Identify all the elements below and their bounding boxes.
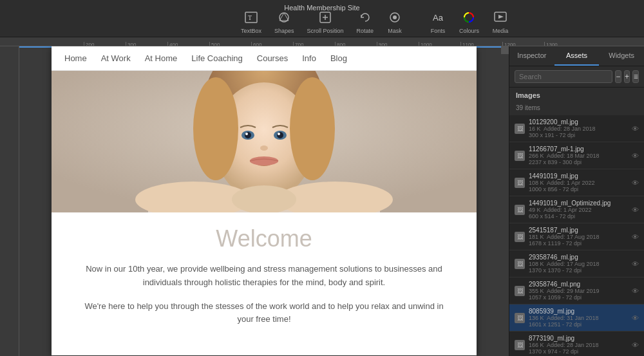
image-name: 11266707_ml-1.jpg — [529, 145, 632, 153]
ruler-mark: 500 — [209, 42, 251, 46]
rotate-label: Rotate — [357, 28, 374, 34]
colours-label: Colours — [459, 28, 479, 34]
search-input[interactable] — [515, 70, 612, 83]
image-thumbnail: 🖼 — [515, 151, 525, 161]
mask-tool[interactable]: Mask — [386, 9, 403, 34]
image-dims: 1678 x 1119 - 72 dpi — [529, 240, 632, 247]
search-minus-btn[interactable]: − — [615, 70, 621, 83]
visibility-icon[interactable]: 👁 — [632, 314, 639, 322]
visibility-icon[interactable]: 👁 — [632, 206, 639, 214]
welcome-title: Welcome — [77, 225, 451, 252]
list-item[interactable]: 🖼 10129200_ml.jpg 16 K Added: 28 Jan 201… — [509, 115, 644, 142]
visibility-icon[interactable]: 👁 — [632, 341, 639, 349]
visibility-icon[interactable]: 👁 — [632, 152, 639, 160]
image-meta: 355 K Added: 29 Mar 2019 — [529, 288, 632, 294]
image-meta: 136 K Added: 31 Jan 2018 — [529, 315, 632, 321]
list-item[interactable]: 🖼 11266707_ml-1.jpg 266 K Added: 18 Mar … — [509, 142, 644, 169]
image-info: 29358746_ml.jpg 108 K Added: 17 Aug 2018… — [529, 254, 632, 274]
image-info: 11266707_ml-1.jpg 266 K Added: 18 Mar 20… — [529, 145, 632, 165]
list-item[interactable]: 🖼 14491019_ml.jpg 108 K Added: 1 Apr 202… — [509, 169, 644, 196]
svg-point-29 — [232, 185, 296, 212]
svg-point-17 — [193, 77, 238, 180]
shapes-label: Shapes — [274, 28, 294, 34]
ruler-mark: 1200 — [502, 42, 544, 46]
visibility-icon[interactable]: 👁 — [632, 179, 639, 187]
tab-assets[interactable]: Assets — [554, 46, 600, 66]
images-list[interactable]: 🖼 10129200_ml.jpg 16 K Added: 28 Jan 201… — [509, 115, 644, 356]
media-tool[interactable]: Media — [492, 9, 509, 34]
fonts-tool[interactable]: Aa Fonts — [430, 9, 446, 34]
image-name: 10129200_ml.jpg — [529, 118, 632, 126]
nav-life-coaching[interactable]: Life Coaching — [191, 53, 243, 63]
ruler-mark: 1100 — [460, 42, 502, 46]
nav-blog[interactable]: Blog — [330, 53, 347, 63]
svg-point-8 — [393, 15, 397, 19]
image-thumbnail: 🖼 — [515, 205, 525, 215]
image-thumbnail: 🖼 — [515, 313, 525, 323]
toolbar-tools: T TextBox Shapes Scroll Position Rotate — [241, 9, 403, 34]
scroll-position-tool[interactable]: Scroll Position — [307, 9, 343, 34]
image-name: 14491019_ml_Optimized.jpg — [529, 200, 632, 207]
ruler-mark: 900 — [377, 42, 419, 46]
image-dims: 1601 x 1251 - 72 dpi — [529, 321, 632, 328]
textbox-tool[interactable]: T TextBox — [241, 9, 261, 34]
tab-widgets[interactable]: Widgets — [599, 46, 644, 66]
site-preview: Home At Work At Home Life Coaching Cours… — [52, 46, 477, 355]
ruler-mark: 200 — [84, 42, 126, 46]
image-dims: 600 x 514 - 72 dpi — [529, 213, 632, 220]
image-dims: 1370 x 1370 - 72 dpi — [529, 267, 632, 274]
image-info: 8773190_ml.jpg 166 K Added: 28 Jan 2018 … — [529, 335, 632, 355]
visibility-icon[interactable]: 👁 — [632, 233, 639, 241]
search-plus-btn[interactable]: + — [624, 70, 630, 83]
tab-inspector[interactable]: Inspector — [509, 46, 554, 66]
rotate-tool[interactable]: Rotate — [357, 9, 374, 34]
list-item[interactable]: 🖼 29358746_ml.png 355 K Added: 29 Mar 20… — [509, 277, 644, 304]
svg-point-24 — [278, 133, 280, 135]
visibility-icon[interactable]: 👁 — [632, 125, 639, 133]
visibility-icon[interactable]: 👁 — [632, 260, 639, 268]
image-meta: 181 K Added: 17 Aug 2018 — [529, 234, 632, 240]
list-item[interactable]: 🖼 8773190_ml.jpg 166 K Added: 28 Jan 201… — [509, 332, 644, 356]
fonts-label: Fonts — [431, 28, 446, 34]
image-name: 29358746_ml.png — [529, 281, 632, 288]
image-name: 14491019_ml.jpg — [529, 173, 632, 180]
visibility-icon[interactable]: 👁 — [632, 287, 639, 295]
svg-marker-11 — [498, 15, 504, 19]
welcome-text-2: We're here to help you through the stess… — [77, 300, 451, 327]
ruler-mark: 700 — [293, 42, 335, 46]
nav-at-work[interactable]: At Work — [101, 53, 131, 63]
list-item[interactable]: 🖼 25415187_ml.jpg 181 K Added: 17 Aug 20… — [509, 223, 644, 250]
nav-at-home[interactable]: At Home — [145, 53, 178, 63]
nav-courses[interactable]: Courses — [257, 53, 288, 63]
list-item[interactable]: 🖼 29358746_ml.jpg 108 K Added: 17 Aug 20… — [509, 250, 644, 277]
nav-info[interactable]: Info — [302, 53, 316, 63]
ruler-mark: 1000 — [419, 42, 460, 46]
nav-home[interactable]: Home — [64, 53, 87, 63]
image-info: 29358746_ml.png 355 K Added: 29 Mar 2019… — [529, 281, 632, 301]
colours-tool[interactable]: Colours — [459, 9, 479, 34]
search-menu-btn[interactable]: ≡ — [632, 70, 639, 83]
media-icon — [492, 9, 509, 26]
image-info: 14491019_ml_Optimized.jpg 49 K Added: 1 … — [529, 200, 632, 220]
list-item[interactable]: 🖼 8085939_ml.jpg 136 K Added: 31 Jan 201… — [509, 304, 644, 332]
canvas-area[interactable]: Home At Work At Home Life Coaching Cours… — [19, 46, 509, 356]
svg-point-25 — [260, 145, 268, 151]
list-item[interactable]: 🖼 14491019_ml_Optimized.jpg 49 K Added: … — [509, 196, 644, 223]
site-content: Welcome Now in our 10th year, we provide… — [52, 212, 477, 339]
ruler-mark: 800 — [335, 42, 377, 46]
left-sidebar — [0, 46, 19, 356]
toolbar-right: Aa Fonts Colours Media — [430, 9, 509, 34]
colours-icon — [460, 9, 477, 26]
search-bar: − + ≡ — [509, 66, 644, 88]
image-dims: 1000 x 856 - 72 dpi — [529, 186, 632, 192]
ruler: 200 300 400 500 600 700 800 900 1000 110… — [0, 37, 644, 46]
svg-point-18 — [290, 77, 335, 180]
shapes-tool[interactable]: Shapes — [274, 9, 294, 34]
toolbar: Health Membership Site T TextBox Shapes … — [0, 0, 644, 37]
mask-label: Mask — [388, 28, 402, 34]
image-dims: 300 x 191 - 72 dpi — [529, 132, 632, 138]
image-meta: 108 K Added: 1 Apr 2022 — [529, 180, 632, 186]
app-title: Health Membership Site — [284, 4, 359, 12]
ruler-mark: 600 — [251, 42, 293, 46]
image-thumbnail: 🖼 — [515, 124, 525, 134]
